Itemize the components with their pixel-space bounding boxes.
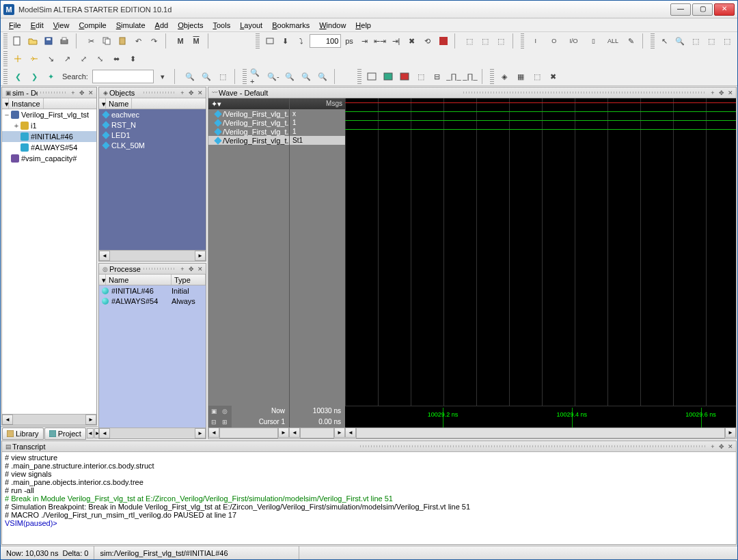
wave-values-column[interactable]: Msgs x11St1 xyxy=(289,98,345,406)
sim-tree-row[interactable]: #ALWAYS#54 xyxy=(2,142,96,153)
tb-button[interactable]: _∏_ xyxy=(463,69,478,84)
wave-signal-row[interactable]: /Verilog_First_vlg_t... xyxy=(208,118,289,127)
tb-button[interactable]: ⊟ xyxy=(430,69,445,84)
scroll-right-button[interactable]: ► xyxy=(195,251,206,261)
wave-collapse-icon[interactable]: ⊟ xyxy=(208,417,219,428)
tb-button[interactable]: ⬚ xyxy=(478,33,493,48)
panel-close-icon[interactable]: ✕ xyxy=(196,89,204,97)
menu-layout[interactable]: Layout xyxy=(236,20,266,31)
scroll-right-button[interactable]: ► xyxy=(195,428,206,438)
sim-tree-row[interactable]: #INITIAL#46 xyxy=(2,131,96,142)
panel-close-icon[interactable]: ✕ xyxy=(196,265,204,273)
wave-trace[interactable] xyxy=(345,129,736,130)
objects-hscroll[interactable]: ◄ ► xyxy=(99,250,206,261)
name-col[interactable]: Name xyxy=(106,98,132,109)
sim-tree[interactable]: −Verilog_First_vlg_tst+i1 #INITIAL#46 #A… xyxy=(2,109,96,414)
panel-undock-icon[interactable]: ✥ xyxy=(718,443,726,451)
zoom-button[interactable]: 🔍 xyxy=(673,33,687,48)
wave-trace[interactable] xyxy=(345,102,736,103)
panel-add-icon[interactable]: + xyxy=(709,443,717,451)
tb-button[interactable]: ⬌ xyxy=(109,51,124,66)
processes-panel-header[interactable]: ◎ Processes (Active) + ✥ ✕ xyxy=(99,264,206,275)
tb-button[interactable]: ⬚ xyxy=(413,69,428,84)
panel-add-icon[interactable]: + xyxy=(178,89,187,97)
tb-button[interactable]: ↘ xyxy=(43,51,58,66)
search-input[interactable] xyxy=(92,70,154,83)
save-button[interactable] xyxy=(42,33,56,48)
objects-col-header[interactable]: ▾Name xyxy=(99,98,206,109)
wave-names-column[interactable]: ✦▾ /Verilog_First_vlg_t.../Verilog_First… xyxy=(208,98,289,406)
transcript-panel-header[interactable]: ▤ Transcript + ✥ ✕ xyxy=(2,441,736,452)
sim-hscroll[interactable]: ◄ ► xyxy=(2,414,96,425)
zoom-out-button[interactable]: 🔍- xyxy=(266,69,281,84)
close-button[interactable]: ✕ xyxy=(714,3,735,16)
wave-trace[interactable] xyxy=(345,120,736,121)
wave-panel-header[interactable]: 〰 Wave - Default + ✥ ✕ xyxy=(208,87,736,98)
sim-column-header[interactable]: ▾Instance xyxy=(2,98,96,109)
tb-o-button[interactable]: O xyxy=(545,33,562,48)
tb-button[interactable]: ▦ xyxy=(513,69,528,84)
tb-button[interactable]: ⬚ xyxy=(689,33,703,48)
menu-edit[interactable]: Edit xyxy=(27,20,48,31)
zoom-cursor-button[interactable]: 🔍 xyxy=(299,69,314,84)
tab-project[interactable]: Project xyxy=(44,428,86,440)
panel-close-icon[interactable]: ✕ xyxy=(726,89,735,97)
step-over-button[interactable]: ⤵ xyxy=(294,33,308,48)
tb-button[interactable] xyxy=(381,69,396,84)
object-row[interactable]: LED1 xyxy=(99,130,206,140)
plot-scroll-right[interactable]: ► xyxy=(725,428,736,438)
scroll-left-button[interactable]: ◄ xyxy=(2,415,13,425)
menu-compile[interactable]: Compile xyxy=(74,20,110,31)
menu-help[interactable]: Help xyxy=(351,20,375,31)
menu-simulate[interactable]: Simulate xyxy=(112,20,150,31)
prev-button[interactable]: ❮ xyxy=(10,69,25,84)
zoom-range-button[interactable]: 🔍 xyxy=(315,69,330,84)
continue-button[interactable]: ⇥| xyxy=(389,33,403,48)
restart-button[interactable]: ⟲ xyxy=(420,33,435,48)
tb-button[interactable]: ◈ xyxy=(497,69,512,84)
toolbar-grip[interactable] xyxy=(3,69,8,84)
transcript-body[interactable]: # view structure# .main_pane.structure.i… xyxy=(2,452,736,544)
menu-bookmarks[interactable]: Bookmarks xyxy=(268,20,314,31)
run-button[interactable] xyxy=(262,33,277,48)
search-next-button[interactable]: 🔍 xyxy=(182,69,197,84)
proc-name-col[interactable]: Name xyxy=(106,275,172,285)
tb-button[interactable]: ⤢ xyxy=(76,51,91,66)
tb-io-button[interactable]: I/O xyxy=(564,33,584,48)
bookmark-button[interactable]: ✦ xyxy=(43,69,58,84)
wave-signal-row[interactable]: /Verilog_First_vlg_t... xyxy=(208,136,289,145)
tb-button[interactable]: ⬍ xyxy=(125,51,140,66)
tb-button[interactable] xyxy=(364,69,379,84)
wave-cursor1-button[interactable] xyxy=(10,51,25,66)
processes-hscroll[interactable]: ◄ ► xyxy=(99,428,206,438)
wave-tool-icon[interactable]: ▣ xyxy=(208,406,219,417)
run-length-button[interactable]: ⇥ xyxy=(357,33,372,48)
object-row[interactable]: CLK_50M xyxy=(99,140,206,150)
wave-footer-tools[interactable]: ▣ ◎ ⊟ ⊞ xyxy=(208,406,232,428)
tab-library[interactable]: Library xyxy=(2,428,44,440)
run-length-input[interactable] xyxy=(310,34,341,48)
tb-button[interactable] xyxy=(397,69,412,84)
processes-list[interactable]: #INITIAL#46Initial#ALWAYS#54Always xyxy=(99,285,206,428)
sim-tree-row[interactable]: −Verilog_First_vlg_tst xyxy=(2,109,96,120)
next-button[interactable]: ❯ xyxy=(27,69,42,84)
maximize-button[interactable]: ▢ xyxy=(692,3,713,16)
panel-add-icon[interactable]: + xyxy=(69,89,77,97)
tb-button[interactable]: ⬚ xyxy=(530,69,545,84)
objects-list[interactable]: eachvecRST_NLED1CLK_50M xyxy=(99,109,206,250)
tb-button[interactable]: ⬚ xyxy=(463,33,477,48)
tb-button[interactable]: ✖ xyxy=(546,69,561,84)
panel-undock-icon[interactable]: ✥ xyxy=(78,89,86,97)
tb-button[interactable]: ⤡ xyxy=(92,51,107,66)
menu-file[interactable]: File xyxy=(5,20,25,31)
tb-all-button[interactable]: ALL xyxy=(603,33,623,48)
proc-type-col[interactable]: Type (filtered) xyxy=(172,275,206,285)
cut-button[interactable]: ✂ xyxy=(84,33,98,48)
wave-signal-row[interactable]: /Verilog_First_vlg_t... xyxy=(208,109,289,118)
redo-button[interactable]: ↷ xyxy=(147,33,161,48)
vals-scroll-left[interactable]: ◄ xyxy=(289,428,300,438)
tb-button[interactable]: ⬚ xyxy=(720,33,735,48)
toolbar-grip[interactable] xyxy=(256,33,260,48)
cursor-button[interactable]: ↖ xyxy=(657,33,672,48)
sim-tree-row[interactable]: +i1 xyxy=(2,120,96,131)
